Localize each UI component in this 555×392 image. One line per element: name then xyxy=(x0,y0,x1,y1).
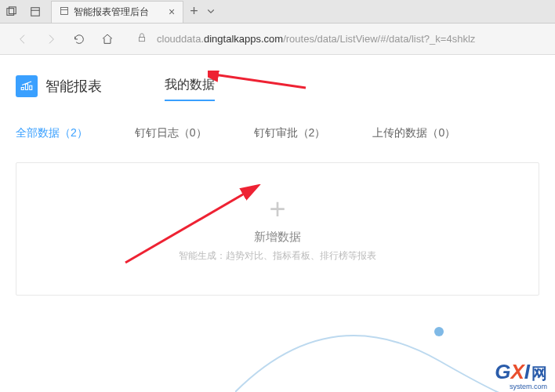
add-data-card[interactable]: + 新增数据 智能生成：趋势对比、指标看板、排行榜等报表 xyxy=(16,162,539,296)
new-tab-button[interactable]: + xyxy=(190,3,198,20)
browser-tab[interactable]: 智能报表管理后台 × xyxy=(51,1,183,23)
app-logo-icon xyxy=(16,75,38,97)
subtabs: 全部数据（2） 钉钉日志（0） 钉钉审批（2） 上传的数据（0） xyxy=(16,126,539,140)
lock-icon xyxy=(136,32,147,45)
forward-button[interactable] xyxy=(40,28,62,50)
window-panel-icon[interactable] xyxy=(24,0,47,24)
subtab-all[interactable]: 全部数据（2） xyxy=(16,126,88,140)
address-bar: clouddata.dingtalkapps.com/routes/data/L… xyxy=(0,24,555,55)
svg-point-9 xyxy=(434,327,444,336)
window-titlebar: 智能报表管理后台 × + xyxy=(0,0,555,24)
svg-rect-6 xyxy=(140,37,145,41)
home-button[interactable] xyxy=(96,28,118,50)
window-tabs-icon[interactable] xyxy=(0,0,24,24)
header-row: 智能报表 我的数据 xyxy=(16,71,539,101)
nav-my-data[interactable]: 我的数据 xyxy=(165,71,215,101)
plus-icon: + xyxy=(269,195,285,223)
page-icon xyxy=(60,6,69,18)
watermark: GXI网 xyxy=(495,360,547,384)
decorative-wave xyxy=(235,314,510,392)
close-icon[interactable]: × xyxy=(169,5,175,18)
subtab-diary[interactable]: 钉钉日志（0） xyxy=(135,126,207,140)
subtab-upload[interactable]: 上传的数据（0） xyxy=(372,126,455,140)
app-title: 智能报表 xyxy=(45,77,102,96)
tab-title: 智能报表管理后台 xyxy=(74,5,149,19)
chevron-down-icon[interactable] xyxy=(206,5,216,19)
card-title: 新增数据 xyxy=(254,230,301,245)
url-text: clouddata.dingtalkapps.com/routes/data/L… xyxy=(157,33,475,45)
svg-rect-4 xyxy=(61,7,68,14)
watermark-sub: system.com xyxy=(510,383,547,390)
subtab-approval[interactable]: 钉钉审批（2） xyxy=(254,126,326,140)
url-field[interactable]: clouddata.dingtalkapps.com/routes/data/L… xyxy=(136,32,543,45)
svg-rect-2 xyxy=(31,7,40,16)
refresh-button[interactable] xyxy=(68,28,90,50)
back-button[interactable] xyxy=(12,28,34,50)
card-desc: 智能生成：趋势对比、指标看板、排行榜等报表 xyxy=(179,249,376,263)
